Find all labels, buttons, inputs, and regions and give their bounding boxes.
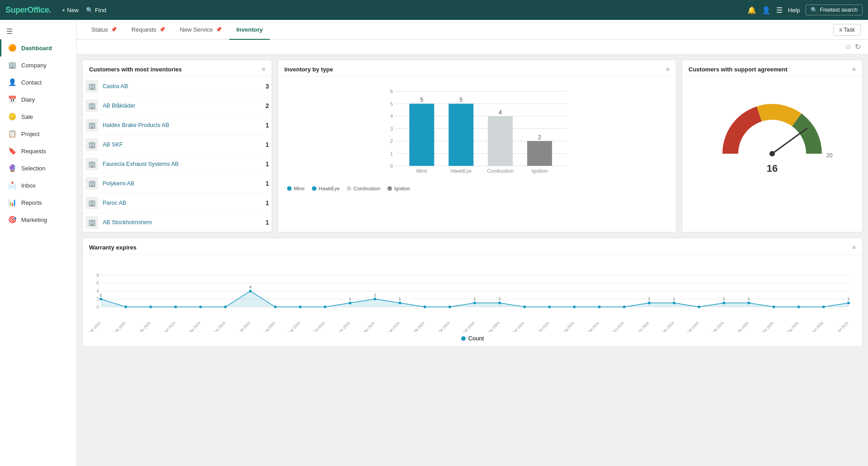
customers-card-menu[interactable]: ≡	[262, 66, 265, 73]
tab-requests[interactable]: Requests 📌	[124, 20, 173, 40]
sidebar-item-contact[interactable]: 👤 Contact	[0, 74, 76, 91]
svg-text:Dec 2024: Dec 2024	[661, 321, 675, 332]
find-button[interactable]: 🔍 Find	[86, 7, 106, 14]
svg-text:May 2023: May 2023	[187, 321, 202, 332]
customer-row: 🏢 Polykemi AB 1	[83, 174, 272, 193]
svg-point-93	[673, 301, 675, 304]
svg-point-52	[249, 290, 252, 292]
svg-text:6: 6	[390, 89, 393, 94]
help-link[interactable]: Help	[788, 7, 800, 14]
bar-card-menu[interactable]: ≡	[666, 66, 670, 73]
sidebar-item-selection[interactable]: 🔮 Selection	[0, 160, 76, 177]
sidebar-toggle[interactable]: ☰	[0, 24, 76, 39]
sidebar-item-inbox[interactable]: 📩 Inbox	[0, 177, 76, 194]
sidebar-item-diary[interactable]: 📅 Diary	[0, 91, 76, 108]
svg-text:5: 5	[420, 97, 424, 103]
legend-combustion-dot	[347, 186, 351, 191]
customer-name[interactable]: Castra AB	[103, 83, 261, 89]
sidebar-item-dashboard[interactable]: 🟠 Dashboard	[0, 39, 76, 56]
customer-count: 1	[265, 199, 269, 207]
pin-icon: 📌	[216, 27, 222, 33]
svg-rect-20	[488, 116, 513, 166]
svg-point-55	[274, 306, 277, 308]
svg-text:3: 3	[390, 126, 393, 132]
sidebar-item-project[interactable]: 📋 Project	[0, 125, 76, 142]
freetext-search[interactable]: 🔍 Freetext search	[806, 5, 863, 15]
legend-hawkeye-label: HawkEye	[319, 186, 340, 191]
svg-text:May 2025: May 2025	[785, 321, 800, 332]
sidebar-item-reports[interactable]: 📊 Reports	[0, 194, 76, 211]
svg-point-90	[648, 301, 651, 304]
gauge-card-header: Customers with support agreement ≡	[682, 60, 862, 77]
customer-name[interactable]: Polykemi AB	[103, 180, 261, 187]
svg-point-86	[598, 306, 601, 308]
svg-text:Oct 2023: Oct 2023	[312, 321, 326, 332]
pin-icon: 📌	[111, 27, 117, 33]
action-bar: ☆ ↻	[77, 40, 868, 54]
svg-text:Jun 2024: Jun 2024	[512, 321, 525, 332]
customer-icon: 🏢	[85, 80, 98, 93]
sale-icon: 🪙	[8, 112, 17, 121]
warranty-card-menu[interactable]: ≡	[852, 244, 856, 251]
tab-status[interactable]: Status 📌	[84, 20, 124, 40]
svg-text:Aug 2023: Aug 2023	[262, 321, 276, 332]
notification-icon[interactable]: 🔔	[747, 6, 756, 14]
customer-name[interactable]: AB Stockholmshem	[103, 219, 261, 226]
svg-text:Apr 2023: Apr 2023	[163, 321, 177, 332]
customer-name[interactable]: Haldex Brake Products AB	[103, 122, 261, 128]
svg-text:1: 1	[390, 151, 393, 156]
customer-count: 1	[265, 219, 269, 226]
svg-point-39	[99, 298, 102, 301]
warranty-card-header: Warranty expires ≡	[83, 238, 862, 255]
svg-text:Dec 2023: Dec 2023	[362, 321, 376, 332]
gauge-card-menu[interactable]: ≡	[852, 66, 856, 73]
svg-text:1: 1	[499, 297, 501, 301]
user-icon[interactable]: 👤	[762, 6, 771, 14]
svg-text:Ignition: Ignition	[532, 168, 547, 174]
sidebar-item-marketing[interactable]: 🎯 Marketing	[0, 211, 76, 228]
sidebar-item-label: Selection	[21, 165, 45, 172]
tab-status-label: Status	[91, 26, 108, 33]
customer-row: 🏢 AB Stockholmshem 1	[83, 213, 272, 232]
sidebar-item-sale[interactable]: 🪙 Sale	[0, 108, 76, 125]
sidebar-item-requests[interactable]: 🔖 Requests	[0, 142, 76, 160]
menu-icon[interactable]: ☰	[776, 6, 783, 14]
gauge-card-title: Customers with support agreement	[689, 66, 852, 73]
bar-chart-legend: Mine HawkEye Combustion	[283, 182, 671, 195]
customers-list: 🏢 Castra AB 3 🏢 AB Blåkläder 2 🏢 Haldex …	[83, 77, 272, 232]
svg-text:Oct 2024: Oct 2024	[612, 321, 625, 332]
new-button[interactable]: + New	[62, 7, 79, 14]
app-name: SuperOffice	[5, 5, 49, 14]
task-button[interactable]: ≡ Task	[833, 24, 861, 36]
tab-new-service[interactable]: New Service 📌	[173, 20, 229, 40]
svg-point-96	[698, 306, 700, 308]
refresh-icon[interactable]: ↻	[855, 42, 861, 51]
tab-inventory-label: Inventory	[236, 26, 263, 33]
customer-name[interactable]: Faurecia Exhaust Systems AB	[103, 161, 261, 167]
svg-point-46	[174, 306, 177, 308]
customer-name[interactable]: Paroc AB	[103, 200, 261, 206]
svg-text:1: 1	[474, 297, 476, 301]
warranty-chart-body: 024682Jan 2023Feb 2023Mar 2023Apr 2023Ma…	[83, 255, 862, 346]
svg-text:1: 1	[673, 297, 675, 301]
sidebar-item-label: Sale	[21, 113, 33, 120]
svg-text:May 2024: May 2024	[486, 321, 500, 332]
svg-text:2: 2	[100, 293, 102, 297]
svg-text:6: 6	[96, 281, 99, 286]
star-icon[interactable]: ☆	[845, 42, 851, 51]
tab-inventory[interactable]: Inventory	[229, 20, 270, 40]
customer-count: 3	[265, 83, 269, 90]
sidebar-item-company[interactable]: 🏢 Company	[0, 56, 76, 74]
svg-point-59	[324, 306, 326, 308]
svg-point-61	[349, 301, 351, 304]
svg-text:Jan 2025: Jan 2025	[686, 321, 700, 332]
warranty-card-title: Warranty expires	[89, 244, 852, 251]
svg-text:Jul 2023: Jul 2023	[239, 321, 251, 332]
svg-point-42	[124, 306, 127, 308]
customer-name[interactable]: AB SKF	[103, 141, 261, 148]
legend-mine-dot	[287, 186, 292, 191]
customer-name[interactable]: AB Blåkläder	[103, 103, 261, 109]
svg-text:Jan 2024: Jan 2024	[387, 321, 401, 332]
search-label: Freetext search	[820, 7, 858, 13]
sidebar-item-label: Company	[21, 62, 47, 69]
